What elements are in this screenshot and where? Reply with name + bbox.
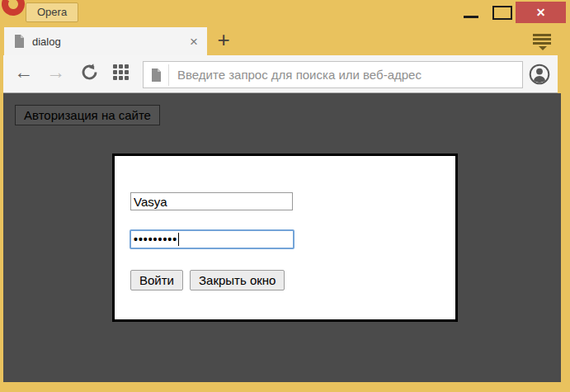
minimize-button[interactable]	[455, 0, 487, 23]
speed-dial-icon[interactable]	[113, 64, 129, 80]
open-auth-dialog-button[interactable]: Авторизация на сайте	[15, 105, 160, 125]
address-bar[interactable]	[143, 61, 523, 88]
password-input[interactable]: •••••••••	[130, 229, 294, 249]
forward-button[interactable]: →	[46, 62, 65, 82]
navigation-toolbar: ← →	[3, 55, 558, 93]
login-button[interactable]: Войти	[130, 270, 183, 290]
password-masked-value: •••••••••	[134, 233, 177, 246]
opera-menu-button[interactable]: Opera	[26, 2, 78, 22]
close-dialog-button[interactable]: Закрыть окно	[190, 270, 285, 290]
tab-strip: dialog × +	[0, 25, 570, 55]
opera-browser-window: Opera ✕ dialog × + ←	[0, 0, 570, 392]
tab-close-icon[interactable]: ×	[190, 35, 198, 49]
page-document-icon	[14, 35, 25, 48]
back-button[interactable]: ←	[14, 62, 33, 82]
close-window-button[interactable]: ✕	[516, 2, 566, 23]
auth-dialog: ••••••••• Войти Закрыть окно	[112, 153, 458, 322]
profile-icon[interactable]	[529, 64, 550, 85]
tab-title: dialog	[32, 35, 61, 48]
tab-dialog[interactable]: dialog ×	[4, 27, 207, 55]
maximize-icon	[492, 6, 512, 20]
minimize-icon	[464, 16, 478, 18]
address-page-icon	[151, 68, 162, 82]
username-input[interactable]	[130, 192, 293, 210]
new-tab-button[interactable]: +	[211, 26, 236, 53]
maximize-button[interactable]	[488, 0, 516, 23]
address-separator	[168, 64, 169, 86]
web-page-content: Авторизация на сайте ••••••••• Войти Зак…	[3, 93, 561, 382]
dialog-button-row: Войти Закрыть окно	[130, 270, 285, 290]
tab-menu-icon[interactable]	[533, 34, 553, 52]
title-bar: Opera ✕	[0, 0, 570, 25]
reload-button[interactable]	[80, 63, 99, 85]
text-caret	[178, 233, 179, 246]
address-input[interactable]	[177, 68, 517, 82]
opera-logo-icon	[2, 0, 28, 21]
